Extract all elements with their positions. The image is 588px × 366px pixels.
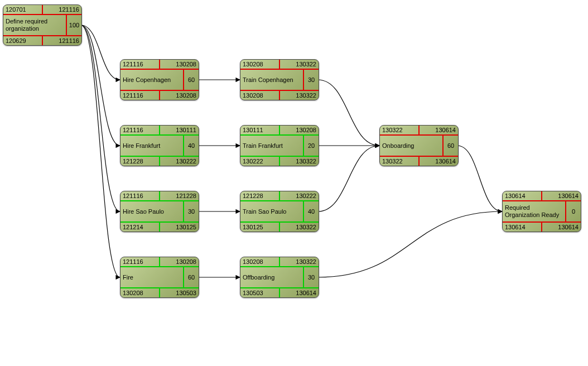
early-finish: 121116: [43, 5, 81, 14]
late-finish: 130614: [280, 288, 319, 297]
early-finish: 130322: [280, 60, 319, 69]
late-finish: 130322: [280, 223, 319, 232]
late-start: 130322: [380, 157, 420, 166]
duration: 0: [565, 201, 581, 221]
edges-layer: [0, 0, 588, 366]
duration: 60: [442, 136, 458, 156]
early-finish: 130208: [160, 60, 199, 69]
activity-node-n8[interactable]: 121228130222Train Sao Paulo4013012513032…: [240, 191, 319, 232]
activity-label: Hire Copenhagen: [121, 70, 183, 90]
late-start: 130614: [503, 223, 542, 232]
activity-label: Offboarding: [240, 267, 303, 287]
activity-label: Fire: [121, 267, 183, 287]
early-start: 130208: [240, 60, 280, 69]
duration: 40: [183, 136, 199, 156]
duration: 100: [66, 15, 81, 35]
late-start: 121228: [121, 157, 160, 166]
early-finish: 130111: [160, 126, 199, 134]
early-start: 130111: [240, 126, 280, 134]
early-finish: 130322: [280, 257, 319, 266]
early-finish: 130222: [280, 191, 319, 200]
duration: 60: [183, 70, 199, 90]
early-start: 120701: [3, 5, 43, 14]
activity-node-n10[interactable]: 130322130614Onboarding60130322130614: [379, 125, 459, 166]
duration: 60: [183, 267, 199, 287]
late-finish: 121116: [43, 36, 81, 45]
activity-node-n2[interactable]: 121116130208Hire Copenhagen6012111613020…: [120, 59, 199, 100]
early-finish: 130208: [280, 126, 319, 134]
early-start: 130322: [380, 126, 420, 134]
late-start: 130503: [240, 288, 280, 297]
early-start: 130614: [503, 191, 542, 200]
activity-label: Train Copenhagen: [240, 70, 303, 90]
early-finish: 130614: [542, 191, 581, 200]
late-finish: 130614: [420, 157, 458, 166]
activity-label: Hire Frankfurt: [121, 136, 183, 156]
activity-label: Required Organization Ready: [503, 201, 565, 221]
activity-node-n9[interactable]: 130208130322Offboarding30130503130614: [240, 257, 319, 298]
edge-n8-n10: [318, 146, 379, 211]
duration: 30: [303, 267, 319, 287]
late-finish: 130614: [542, 223, 581, 232]
activity-label: Train Frankfurt: [240, 136, 303, 156]
activity-node-n7[interactable]: 130111130208Train Frankfurt2013022213032…: [240, 125, 319, 166]
late-start: 121214: [121, 223, 160, 232]
late-finish: 130322: [280, 157, 319, 166]
early-start: 121116: [121, 60, 160, 69]
late-start: 121116: [121, 91, 160, 100]
late-start: 130208: [240, 91, 280, 100]
edge-n1-n4: [81, 25, 120, 211]
activity-node-n5[interactable]: 121116130208Fire60130208130503: [120, 257, 199, 298]
edge-n1-n2: [81, 25, 120, 80]
early-finish: 130208: [160, 257, 199, 266]
activity-label: Onboarding: [380, 136, 442, 156]
early-start: 121116: [121, 191, 160, 200]
duration: 30: [303, 70, 319, 90]
late-finish: 130222: [160, 157, 199, 166]
early-start: 130208: [240, 257, 280, 266]
edge-n1-n5: [81, 25, 120, 277]
late-start: 130125: [240, 223, 280, 232]
late-finish: 130503: [160, 288, 199, 297]
activity-node-n11[interactable]: 130614130614Required Organization Ready0…: [502, 191, 581, 232]
early-finish: 130614: [420, 126, 458, 134]
edge-n6-n10: [318, 80, 379, 146]
duration: 40: [303, 201, 319, 221]
edge-n1-n3: [81, 25, 120, 146]
late-start: 120629: [3, 36, 43, 45]
activity-node-n1[interactable]: 120701121116Define required organization…: [3, 4, 82, 46]
duration: 30: [183, 201, 199, 221]
late-finish: 130125: [160, 223, 199, 232]
early-start: 121116: [121, 126, 160, 134]
early-start: 121228: [240, 191, 280, 200]
late-start: 130208: [121, 288, 160, 297]
activity-label: Hire Sao Paulo: [121, 201, 183, 221]
duration: 20: [303, 136, 319, 156]
edge-n10-n11: [457, 146, 502, 211]
late-start: 130222: [240, 157, 280, 166]
activity-label: Define required organization: [3, 15, 66, 35]
activity-node-n6[interactable]: 130208130322Train Copenhagen301302081303…: [240, 59, 319, 100]
activity-network-diagram: 120701121116Define required organization…: [0, 0, 588, 366]
early-start: 121116: [121, 257, 160, 266]
activity-node-n4[interactable]: 121116121228Hire Sao Paulo30121214130125: [120, 191, 199, 232]
activity-label: Train Sao Paulo: [240, 201, 303, 221]
late-finish: 130322: [280, 91, 319, 100]
late-finish: 130208: [160, 91, 199, 100]
activity-node-n3[interactable]: 121116130111Hire Frankfurt40121228130222: [120, 125, 199, 166]
edge-n9-n11: [318, 211, 502, 277]
early-finish: 121228: [160, 191, 199, 200]
